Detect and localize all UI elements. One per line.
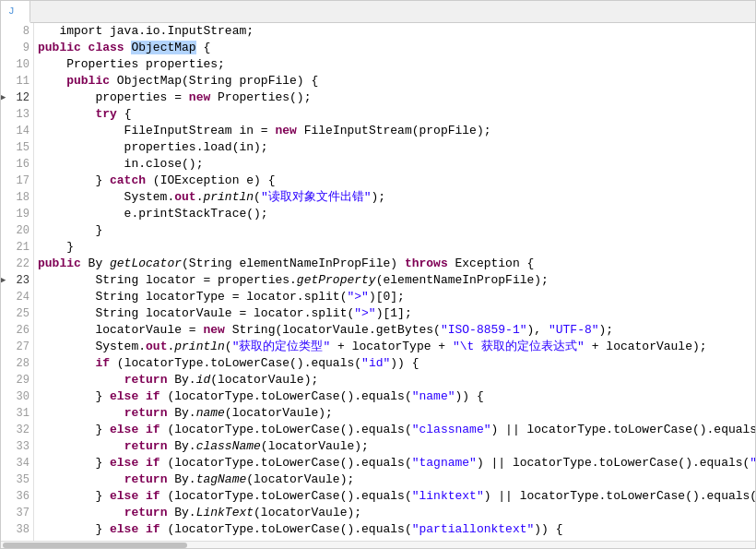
- line-number: 36: [3, 488, 30, 505]
- code-line: if (locatorType.toLowerCase().equals("id…: [38, 355, 751, 372]
- scrollbar-thumb[interactable]: [3, 543, 187, 548]
- line-number: 34: [3, 455, 30, 471]
- line-number: 18: [3, 189, 30, 206]
- code-content[interactable]: import java.io.InputStream;public class …: [34, 23, 755, 541]
- editor-tab[interactable]: J: [1, 1, 30, 23]
- code-line: try {: [38, 106, 751, 123]
- line-number: 16: [3, 156, 30, 173]
- line-number: 30: [3, 388, 30, 405]
- code-line: in.close();: [38, 156, 751, 173]
- line-number: 25: [3, 305, 30, 322]
- line-number: 27: [3, 339, 30, 355]
- code-line: locatorVaule = new String(locatorVaule.g…: [38, 322, 751, 339]
- line-number: 10: [3, 56, 30, 73]
- tab-bar: J: [1, 1, 755, 23]
- code-line: } else if (locatorType.toLowerCase().equ…: [38, 521, 751, 538]
- code-line: return By.className(locatorVaule);: [38, 438, 751, 455]
- line-number: 21: [3, 239, 30, 256]
- code-line: properties = new Properties();: [38, 90, 751, 106]
- line-number: 35: [3, 471, 30, 488]
- line-number: 15: [3, 139, 30, 156]
- line-number: 9: [3, 40, 30, 56]
- line-number: 38: [3, 521, 30, 538]
- code-line: }: [38, 222, 751, 239]
- line-number: 12: [3, 90, 30, 106]
- code-line: } else if (locatorType.toLowerCase().equ…: [38, 455, 751, 471]
- line-number: 37: [3, 505, 30, 521]
- line-number: 22: [3, 256, 30, 272]
- line-number: 24: [3, 289, 30, 305]
- line-number: 33: [3, 438, 30, 455]
- line-number: 13: [3, 106, 30, 123]
- line-number: 14: [3, 123, 30, 139]
- line-number: 28: [3, 355, 30, 372]
- line-number: 17: [3, 173, 30, 189]
- code-line: e.printStackTrace();: [38, 206, 751, 222]
- code-line: FileInputStream in = new FileInputStream…: [38, 123, 751, 139]
- code-line: } else if (locatorType.toLowerCase().equ…: [38, 488, 751, 505]
- code-line: }: [38, 239, 751, 256]
- code-line: return By.id(locatorVaule);: [38, 372, 751, 388]
- code-line: return By.LinkText(locatorVaule);: [38, 505, 751, 521]
- line-number: 31: [3, 405, 30, 422]
- code-line: String locator = properties.getProperty(…: [38, 272, 751, 289]
- code-line: properties.load(in);: [38, 139, 751, 156]
- code-line: public ObjectMap(String propFile) {: [38, 73, 751, 90]
- code-line: public By getLocator(String elementNameI…: [38, 256, 751, 272]
- code-line: } else if (locatorType.toLowerCase().equ…: [38, 422, 751, 438]
- code-line: System.out.println("获取的定位类型" + locatorTy…: [38, 339, 751, 355]
- java-file-icon: J: [8, 6, 15, 17]
- code-line: Properties properties;: [38, 56, 751, 73]
- code-line: return By.name(locatorVaule);: [38, 405, 751, 422]
- code-line: import java.io.InputStream;: [38, 23, 751, 40]
- line-number: 20: [3, 222, 30, 239]
- line-numbers: 8910111213141516171819202122232425262728…: [1, 23, 34, 541]
- line-number: 26: [3, 322, 30, 339]
- line-number: 32: [3, 422, 30, 438]
- line-number: 29: [3, 372, 30, 388]
- code-line: } catch (IOException e) {: [38, 173, 751, 189]
- code-line: String locatorVaule = locator.split(">")…: [38, 305, 751, 322]
- code-line: String locatorType = locator.split(">")[…: [38, 289, 751, 305]
- horizontal-scrollbar[interactable]: [1, 541, 755, 548]
- line-number: 8: [3, 23, 30, 40]
- code-line: } else if (locatorType.toLowerCase().equ…: [38, 388, 751, 405]
- line-number: 11: [3, 73, 30, 90]
- code-line: System.out.println("读取对象文件出错");: [38, 189, 751, 206]
- line-number: 23: [3, 272, 30, 289]
- code-line: public class ObjectMap {: [38, 40, 751, 56]
- editor-container: J 89101112131415161718192021222324252627…: [0, 0, 756, 549]
- code-area: 8910111213141516171819202122232425262728…: [1, 23, 755, 541]
- code-line: return By.tagName(locatorVaule);: [38, 471, 751, 488]
- line-number: 19: [3, 206, 30, 222]
